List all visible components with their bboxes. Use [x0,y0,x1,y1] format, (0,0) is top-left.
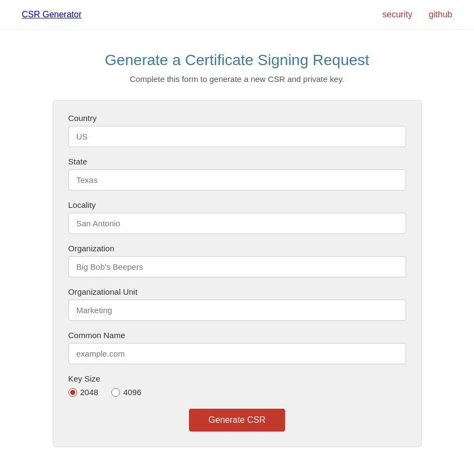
radio-2048-item[interactable]: 2048 [68,388,98,397]
org-unit-input[interactable] [68,300,406,321]
key-size-group: Key Size 2048 4096 [68,374,406,397]
page-header: CSR Generator security github [0,0,474,30]
country-label: Country [68,113,406,123]
common-name-group: Common Name [68,331,406,364]
state-group: State [68,157,406,191]
generate-btn-wrapper: Generate CSR [68,409,406,431]
page-subtitle: Complete this form to generate a new CSR… [130,74,344,84]
radio-group: 2048 4096 [68,388,406,397]
organization-group: Organization [68,244,406,277]
organization-input[interactable] [68,256,406,277]
header-nav: security github [382,10,452,20]
main-content: Generate a Certificate Signing Request C… [0,30,474,469]
locality-label: Locality [68,200,406,210]
radio-4096-item[interactable]: 4096 [111,388,141,397]
locality-input[interactable] [68,213,406,234]
radio-2048[interactable] [68,388,77,397]
page-title: Generate a Certificate Signing Request [105,52,369,69]
generate-csr-button[interactable]: Generate CSR [189,409,285,431]
github-link[interactable]: github [428,10,452,20]
radio-4096-label: 4096 [123,388,141,397]
logo[interactable]: CSR Generator [22,10,81,20]
common-name-label: Common Name [68,331,406,340]
form-card: Country State Locality Organization Orga… [53,100,422,447]
key-size-label: Key Size [68,374,406,383]
security-link[interactable]: security [382,10,412,20]
country-input[interactable] [68,126,406,147]
org-unit-group: Organizational Unit [68,287,406,321]
radio-2048-label: 2048 [80,388,98,397]
org-unit-label: Organizational Unit [68,287,406,296]
organization-label: Organization [68,244,406,253]
state-label: State [68,157,406,166]
common-name-input[interactable] [68,343,406,364]
country-group: Country [68,113,406,147]
radio-4096[interactable] [111,388,120,397]
state-input[interactable] [68,169,406,191]
locality-group: Locality [68,200,406,234]
